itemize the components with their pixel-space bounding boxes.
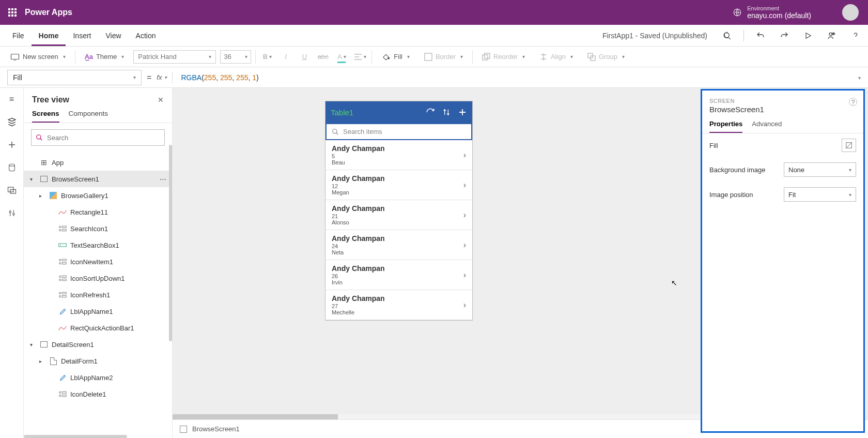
caret-icon[interactable]: ▸ [39, 193, 45, 199]
list-item[interactable]: Andy Champan12Megan› [326, 170, 472, 200]
status-checkbox[interactable] [180, 426, 187, 433]
tree-item-LblAppName1[interactable]: LblAppName1 [24, 303, 172, 320]
tree-item-menu[interactable]: ⋯ [160, 175, 167, 183]
menu-insert[interactable]: Insert [66, 25, 98, 46]
add-icon[interactable] [458, 108, 467, 117]
fill-button[interactable]: Fill▾ [376, 47, 415, 67]
rail-toggle[interactable]: ≡ [6, 93, 18, 105]
group-button[interactable]: Group▾ [582, 47, 630, 67]
rail-tree-view[interactable] [6, 116, 18, 128]
list-item[interactable]: Andy Champan24Neta› [326, 230, 472, 260]
share-button[interactable] [825, 28, 839, 43]
tree-item-label: LblAppName2 [70, 374, 113, 382]
phone-preview[interactable]: Table1 Search items Andy Champan5Beau›An… [326, 101, 472, 320]
menu-file[interactable]: File [5, 25, 32, 46]
menu-action[interactable]: Action [129, 25, 163, 46]
redo-button[interactable] [777, 28, 792, 43]
help-button[interactable] [848, 28, 863, 43]
menu-home[interactable]: Home [32, 25, 66, 46]
list-item[interactable]: Andy Champan21Alonso› [326, 200, 472, 230]
tree-item-BrowseScreen1[interactable]: ▾BrowseScreen1⋯ [24, 171, 172, 187]
list-item[interactable]: Andy Champan26Irvin› [326, 260, 472, 290]
tree-tab-components[interactable]: Components [69, 110, 109, 123]
row-sub: Alonso [332, 219, 385, 225]
tree-item-label: Rectangle11 [70, 208, 108, 216]
list-item[interactable]: Andy Champan27Mechelle› [326, 290, 472, 320]
group-icon [58, 274, 67, 282]
environment-picker[interactable]: Environment enayu.com (default) [747, 5, 811, 20]
strikethrough-button[interactable]: abc [316, 50, 330, 64]
props-tab-advanced[interactable]: Advanced [752, 120, 782, 133]
tree-item-SearchIcon1[interactable]: SearchIcon1 [24, 220, 172, 237]
fill-label: Fill [394, 53, 402, 61]
tree-item-Rectangle11[interactable]: Rectangle11 [24, 204, 172, 220]
property-dropdown[interactable]: Fill▾ [7, 70, 142, 85]
border-button[interactable]: Border▾ [419, 47, 468, 67]
svg-point-25 [59, 279, 61, 281]
caret-icon[interactable]: ▾ [30, 342, 36, 348]
formula-bar: Fill▾ = fx▾ RGBA(255, 255, 255, 1) ▾ [0, 67, 868, 88]
rail-data[interactable] [6, 161, 18, 174]
tree-close-button[interactable]: ✕ [158, 96, 164, 104]
tree-item-LblAppName2[interactable]: LblAppName2 [24, 369, 172, 386]
text-align-button[interactable]: ▾ [353, 50, 367, 64]
undo-button[interactable] [753, 28, 768, 43]
tree-search-input[interactable]: Search [31, 129, 165, 146]
tree-item-IconDelete1[interactable]: IconDelete1 [24, 386, 172, 402]
label-icon [58, 373, 67, 382]
menu-view[interactable]: View [98, 25, 128, 46]
theme-button[interactable]: A̲a Theme▾ [80, 47, 130, 67]
svg-point-15 [59, 226, 61, 228]
tree-hscroll[interactable] [24, 435, 127, 438]
tree-item-IconRefresh1[interactable]: IconRefresh1 [24, 286, 172, 303]
row-sub: Neta [332, 249, 385, 255]
prop-fill-swatch[interactable] [842, 139, 856, 152]
canvas-hscrollbar[interactable] [173, 414, 703, 419]
tree-item-IconSortUpDown1[interactable]: IconSortUpDown1 [24, 270, 172, 286]
reorder-button[interactable]: Reorder▾ [477, 47, 530, 67]
align-button[interactable]: Align▾ [534, 47, 578, 67]
rail-advanced-tools[interactable] [6, 207, 18, 219]
group-label: Group [599, 53, 617, 61]
caret-icon[interactable]: ▾ [30, 176, 36, 182]
tree-item-App[interactable]: ⊞App [24, 154, 172, 171]
rail-insert[interactable] [6, 139, 18, 151]
underline-button[interactable]: U [297, 50, 312, 64]
refresh-icon[interactable] [426, 108, 435, 117]
list-item[interactable]: Andy Champan5Beau› [326, 140, 472, 170]
tree-scrollbar[interactable] [169, 145, 172, 341]
sort-icon[interactable] [442, 108, 451, 117]
tree-item-RectQuickActionBar1[interactable]: RectQuickActionBar1 [24, 320, 172, 336]
play-button[interactable] [801, 28, 815, 43]
tree-tab-screens[interactable]: Screens [32, 110, 59, 123]
waffle-icon [8, 8, 17, 17]
formula-expand[interactable]: ▾ [857, 73, 861, 81]
tree-item-TextSearchBox1[interactable]: TextSearchBox1 [24, 237, 172, 253]
rail-media[interactable] [6, 184, 18, 197]
formula-input[interactable]: RGBA(255, 255, 255, 1) [181, 73, 258, 82]
phone-search-input[interactable]: Search items [326, 123, 472, 140]
svg-point-29 [59, 296, 61, 297]
new-screen-button[interactable]: New screen▾ [5, 47, 71, 67]
font-color-button[interactable]: A▾ [334, 50, 349, 64]
italic-button[interactable]: I [278, 50, 293, 64]
prop-bgimage-select[interactable]: None▾ [784, 162, 856, 177]
bold-button[interactable]: B▾ [260, 50, 274, 64]
prop-imgpos-select[interactable]: Fit▾ [784, 187, 856, 202]
tree-item-DetailScreen1[interactable]: ▾DetailScreen1 [24, 336, 172, 353]
font-size-select[interactable]: 36▾ [220, 50, 251, 64]
props-tab-properties[interactable]: Properties [709, 120, 742, 133]
caret-icon[interactable]: ▸ [39, 358, 45, 364]
fx-button[interactable]: fx▾ [157, 73, 167, 81]
input-icon [58, 241, 67, 249]
app-launcher[interactable] [0, 8, 25, 17]
app-checker-icon[interactable] [720, 28, 734, 43]
font-family-select[interactable]: Patrick Hand▾ [133, 50, 216, 64]
tree-item-label: App [52, 159, 64, 167]
user-avatar[interactable] [842, 4, 859, 21]
properties-help-icon[interactable]: ? [849, 98, 857, 106]
tree-item-IconNewItem1[interactable]: IconNewItem1 [24, 253, 172, 270]
tree-item-DetailForm1[interactable]: ▸DetailForm1 [24, 353, 172, 369]
svg-rect-19 [59, 244, 67, 247]
tree-item-BrowseGallery1[interactable]: ▸BrowseGallery1 [24, 187, 172, 204]
